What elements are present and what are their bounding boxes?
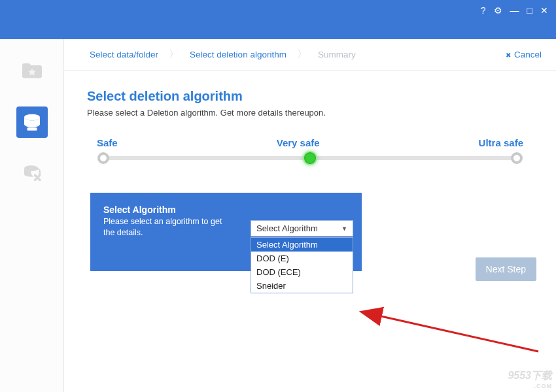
algorithm-select[interactable]: Select Algorithm ▼ Select Algorithm DOD … (251, 220, 353, 293)
breadcrumb-step-2[interactable]: Select deletion algorithm (181, 47, 296, 62)
algorithm-panel: Select Algorithm Please select an algori… (90, 193, 362, 271)
slider-stop-safe[interactable] (97, 152, 109, 164)
drive-remove-icon (20, 161, 44, 185)
help-icon[interactable]: ? (481, 5, 486, 16)
select-option[interactable]: DOD (E) (251, 252, 353, 265)
page-subtitle: Please select a Deletion algorithm. Get … (87, 108, 533, 118)
slider-handle[interactable] (303, 151, 317, 165)
panel-subtext: Please select an algorithm to get the de… (103, 216, 234, 238)
folder-star-icon (20, 59, 44, 83)
slider-stop-ultra[interactable] (511, 152, 523, 164)
slider-label-safe: Safe (97, 137, 118, 148)
chevron-down-icon: ▼ (341, 225, 347, 232)
sidebar-item-drive-remove[interactable] (16, 157, 48, 189)
select-option[interactable]: DOD (ECE) (251, 265, 353, 279)
select-option[interactable]: Select Algorithm (251, 238, 353, 252)
watermark: 9553下载.COM (508, 369, 552, 389)
select-current[interactable]: Select Algorithm ▼ (251, 220, 353, 237)
page-title: Select deletion algorithm (87, 89, 533, 104)
safety-slider[interactable]: Safe Very safe Ultra safe (97, 137, 523, 160)
svg-point-0 (24, 114, 40, 121)
chevron-right-icon: 〉 (296, 48, 309, 61)
sidebar-item-folder[interactable] (16, 56, 48, 87)
panel-heading: Select Algorithm (103, 204, 349, 215)
breadcrumb-step-3: Summary (309, 47, 365, 62)
breadcrumb: Select data/folder 〉 Select deletion alg… (64, 39, 556, 71)
maximize-icon[interactable]: □ (527, 5, 532, 16)
title-bar: ? ⚙ — □ ✕ (0, 0, 556, 39)
sidebar-item-drive[interactable] (16, 106, 48, 138)
chevron-right-icon: 〉 (167, 48, 181, 61)
slider-label-ultra-safe: Ultra safe (479, 137, 523, 148)
slider-label-very-safe: Very safe (277, 137, 320, 148)
cancel-button[interactable]: Cancel (506, 50, 542, 59)
select-current-label: Select Algorithm (256, 223, 318, 233)
close-icon[interactable]: ✕ (540, 5, 548, 16)
gear-icon[interactable]: ⚙ (494, 5, 502, 16)
sidebar (0, 39, 63, 392)
svg-line-3 (378, 316, 538, 351)
annotation-arrow-icon (345, 289, 548, 361)
minimize-icon[interactable]: — (510, 5, 519, 16)
drive-icon (20, 110, 44, 134)
select-option[interactable]: Sneider (251, 279, 353, 293)
select-dropdown: Select Algorithm DOD (E) DOD (ECE) Sneid… (251, 237, 353, 293)
svg-rect-1 (27, 127, 37, 131)
next-step-button[interactable]: Next Step (476, 257, 536, 281)
breadcrumb-step-1[interactable]: Select data/folder (80, 47, 167, 62)
